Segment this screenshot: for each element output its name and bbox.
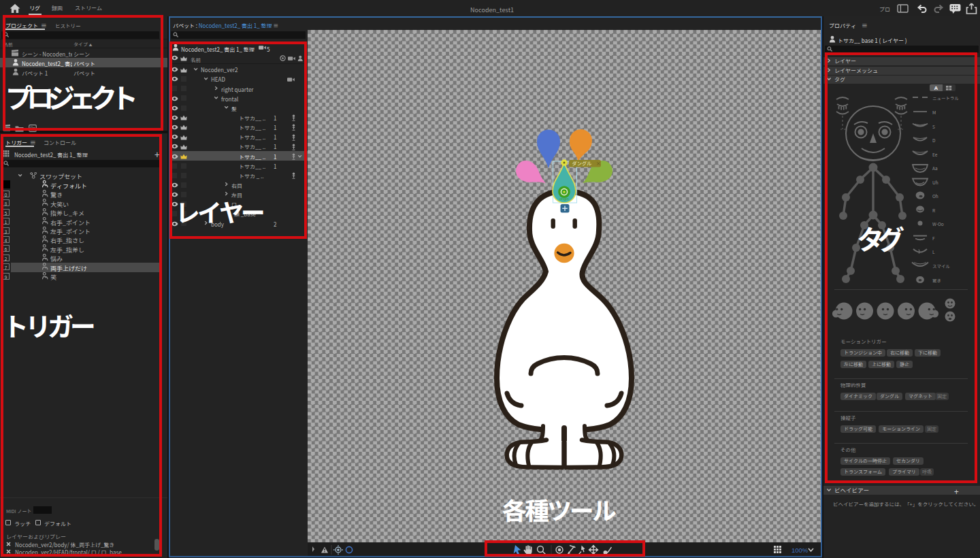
svg-text:100%: 100% bbox=[791, 546, 808, 554]
svg-text:×: × bbox=[596, 159, 602, 167]
svg-text:Ps: Ps bbox=[30, 126, 35, 131]
svg-text:ダングル: ダングル bbox=[572, 160, 593, 167]
svg-text:origin: origin bbox=[559, 197, 568, 201]
